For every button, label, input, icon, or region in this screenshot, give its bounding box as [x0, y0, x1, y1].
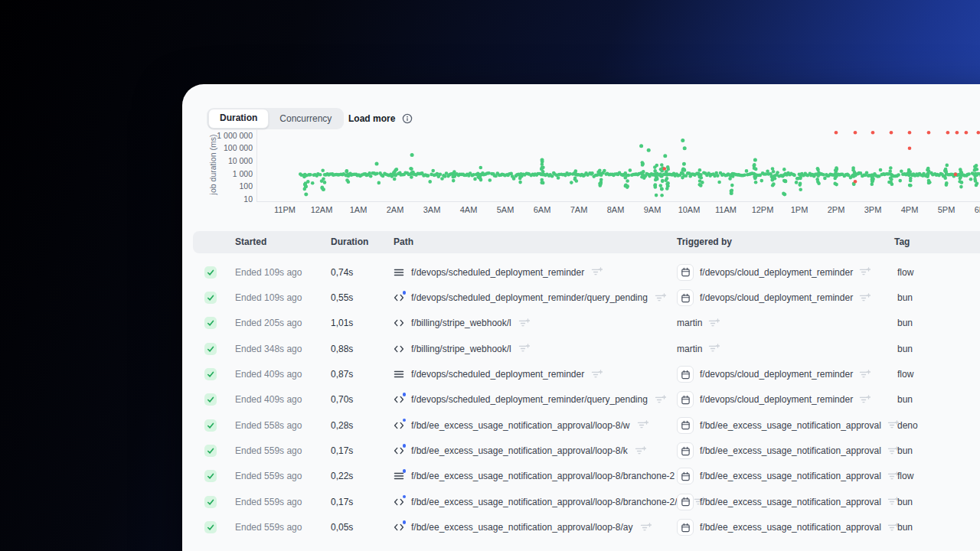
triggered-by-text[interactable]: f/devops/cloud_deployment_reminder [700, 394, 853, 405]
column-header-started: Started [235, 231, 266, 253]
table-row[interactable]: Ended 559s ago0,17sf/bd/ee_excess_usage_… [182, 489, 980, 514]
filter-icon[interactable] [655, 395, 666, 405]
calendar-icon [681, 420, 691, 430]
triggered-by-text[interactable]: f/devops/cloud_deployment_reminder [700, 369, 853, 380]
flow-list-icon [394, 267, 404, 278]
check-icon [206, 318, 215, 328]
x-tick-label: 12AM [303, 205, 340, 214]
table-row[interactable]: Ended 205s ago1,01sf/billing/stripe_webh… [182, 311, 980, 336]
table-row[interactable]: Ended 559s ago0,17sf/bd/ee_excess_usage_… [182, 438, 980, 463]
tag-cell: flow [897, 259, 913, 285]
started-cell: Ended 559s ago [235, 489, 302, 514]
duration-cell: 0,17s [331, 489, 353, 514]
tag-cell: bun [897, 438, 913, 463]
column-header-path: Path [394, 231, 413, 253]
filter-icon[interactable] [518, 344, 530, 354]
triggered-by-text[interactable]: f/bd/ee_excess_usage_notification_approv… [700, 445, 881, 456]
table-row[interactable]: Ended 109s ago0,74sf/devops/scheduled_de… [182, 259, 980, 285]
path-link[interactable]: f/bd/ee_excess_usage_notification_approv… [411, 497, 687, 507]
table-row[interactable]: Ended 559s ago0,05sf/bd/ee_excess_usage_… [182, 514, 980, 540]
filter-icon[interactable] [591, 267, 603, 277]
check-icon [206, 293, 215, 302]
filter-icon[interactable] [640, 523, 652, 533]
tag-cell: bun [897, 285, 913, 310]
filter-icon[interactable] [708, 344, 720, 354]
success-status-badge [204, 521, 217, 533]
path-link[interactable]: f/devops/scheduled_deployment_reminder [411, 267, 584, 278]
triggered-by-text[interactable]: f/bd/ee_excess_usage_notification_approv… [700, 497, 881, 507]
notification-dot [403, 444, 407, 448]
flow-icon-wrap [394, 471, 404, 481]
filter-icon[interactable] [635, 446, 646, 456]
path-cell: f/devops/scheduled_deployment_reminder [394, 361, 603, 386]
y-tick-label: 100 000 [198, 143, 253, 152]
path-link[interactable]: f/bd/ee_excess_usage_notification_approv… [411, 420, 630, 431]
schedule-chip [677, 417, 694, 434]
filter-icon[interactable] [655, 293, 666, 303]
started-cell: Ended 559s ago [235, 514, 302, 540]
status-cell [204, 464, 217, 489]
triggered-by-cell: f/bd/ee_excess_usage_notification_approv… [677, 514, 899, 540]
filter-icon[interactable] [637, 420, 648, 430]
duration-cell: 1,01s [331, 311, 353, 336]
triggered-by-text[interactable]: f/devops/cloud_deployment_reminder [700, 267, 853, 278]
path-cell: f/bd/ee_excess_usage_notification_approv… [394, 438, 646, 463]
y-tick-label: 100 [198, 181, 253, 191]
duration-cell: 0,88s [331, 336, 353, 361]
tag-cell: bun [897, 387, 913, 412]
path-link[interactable]: f/bd/ee_excess_usage_notification_approv… [411, 522, 633, 533]
schedule-chip [677, 289, 694, 306]
triggered-by-text[interactable]: f/bd/ee_excess_usage_notification_approv… [700, 471, 881, 481]
x-tick-label: 12PM [744, 205, 781, 214]
schedule-chip [677, 519, 694, 536]
y-tick-label: 10 000 [198, 156, 253, 165]
x-tick-label: 6PM [965, 205, 980, 214]
started-cell: Ended 348s ago [235, 336, 302, 361]
filter-icon[interactable] [859, 370, 871, 380]
check-icon [206, 395, 215, 404]
schedule-chip [677, 391, 694, 408]
path-link[interactable]: f/billing/stripe_webhook/l [411, 344, 511, 354]
path-link[interactable]: f/billing/stripe_webhook/l [411, 318, 511, 328]
calendar-icon [681, 395, 691, 405]
table-row[interactable]: Ended 409s ago0,70sf/devops/scheduled_de… [182, 387, 980, 412]
filter-icon[interactable] [708, 318, 720, 328]
table-row[interactable]: Ended 109s ago0,55sf/devops/scheduled_de… [182, 285, 980, 310]
filter-icon[interactable] [859, 267, 871, 277]
filter-icon[interactable] [859, 395, 871, 405]
triggered-by-cell: f/devops/cloud_deployment_reminder [677, 259, 871, 285]
path-link[interactable]: f/devops/scheduled_deployment_reminder [411, 369, 584, 380]
filter-icon[interactable] [518, 318, 530, 328]
table-row[interactable]: Ended 558s ago0,28sf/bd/ee_excess_usage_… [182, 412, 980, 438]
path-cell: f/bd/ee_excess_usage_notification_approv… [394, 464, 693, 489]
x-tick-label: 2AM [377, 205, 413, 214]
path-link[interactable]: f/bd/ee_excess_usage_notification_approv… [411, 445, 628, 456]
started-cell: Ended 109s ago [235, 259, 302, 285]
triggered-by-text[interactable]: martin [677, 318, 702, 328]
triggered-by-text[interactable]: f/bd/ee_excess_usage_notification_approv… [700, 522, 881, 533]
table-row[interactable]: Ended 559s ago0,22sf/bd/ee_excess_usage_… [182, 464, 980, 489]
script-icon-wrap [394, 344, 404, 354]
code-icon [394, 318, 404, 328]
script-icon-wrap [394, 522, 404, 533]
duration-cell: 0,55s [331, 285, 353, 310]
tag-cell: deno [897, 412, 918, 438]
table-row[interactable]: Ended 348s ago0,88sf/billing/stripe_webh… [182, 336, 980, 361]
path-link[interactable]: f/devops/scheduled_deployment_reminder/q… [411, 292, 648, 303]
path-link[interactable]: f/bd/ee_excess_usage_notification_approv… [411, 471, 675, 481]
path-link[interactable]: f/devops/scheduled_deployment_reminder/q… [411, 394, 648, 405]
table-row[interactable]: Ended 409s ago0,87sf/devops/scheduled_de… [182, 361, 980, 386]
check-icon [206, 421, 215, 430]
notification-dot [403, 469, 407, 473]
status-cell [204, 387, 217, 412]
triggered-by-text[interactable]: martin [677, 344, 702, 354]
filter-icon[interactable] [859, 293, 871, 303]
filter-icon[interactable] [591, 370, 603, 380]
x-tick-label: 2PM [818, 205, 854, 214]
duration-cell: 0,28s [331, 412, 353, 438]
triggered-by-text[interactable]: f/devops/cloud_deployment_reminder [700, 292, 853, 303]
triggered-by-text[interactable]: f/bd/ee_excess_usage_notification_approv… [700, 420, 881, 431]
calendar-icon [681, 293, 691, 303]
runs-table: Ended 109s ago0,74sf/devops/scheduled_de… [182, 259, 980, 540]
check-icon [206, 344, 215, 354]
